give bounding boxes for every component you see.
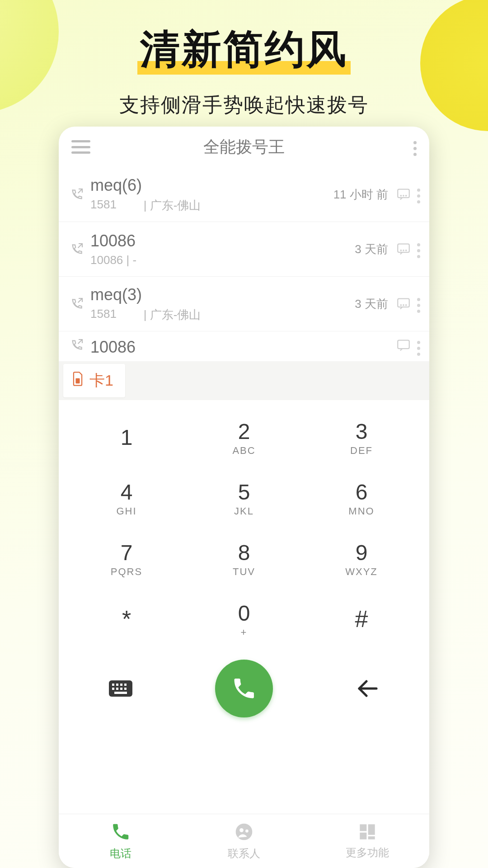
svg-rect-31 (368, 836, 375, 840)
nav-contacts[interactable]: 联系人 (182, 814, 305, 868)
call-location: | 广东-佛山 (144, 198, 201, 213)
svg-rect-24 (114, 692, 127, 694)
key-hash[interactable]: # (312, 589, 411, 650)
svg-point-3 (406, 195, 406, 196)
key-4[interactable]: 4GHI (77, 468, 176, 528)
outgoing-call-icon (67, 242, 87, 256)
svg-rect-29 (368, 824, 375, 835)
grid-icon (358, 823, 376, 844)
key-9[interactable]: 9WXYZ (312, 528, 411, 589)
key-2[interactable]: 2ABC (194, 407, 294, 468)
call-name: meq(3) (90, 285, 355, 304)
phone-mockup: 全能拨号王 meq(6) 1581 | 广东-佛山 11 小时 前 (59, 127, 429, 868)
app-header: 全能拨号王 (59, 127, 429, 167)
svg-point-5 (401, 250, 401, 250)
call-number: 1581 (90, 307, 117, 323)
svg-point-26 (239, 828, 244, 832)
row-more-button[interactable] (417, 185, 420, 203)
menu-icon[interactable] (71, 140, 90, 154)
row-more-button[interactable] (417, 338, 420, 356)
call-name: meq(6) (90, 176, 333, 195)
sim-card-chip[interactable]: 卡1 (63, 364, 125, 397)
nav-more-label: 更多功能 (346, 845, 389, 860)
app-title: 全能拨号王 (90, 136, 398, 158)
nav-more[interactable]: 更多功能 (306, 814, 429, 868)
nav-phone-label: 电话 (110, 846, 131, 861)
call-time: 11 小时 前 (333, 187, 388, 203)
svg-rect-23 (124, 688, 127, 690)
key-5[interactable]: 5JKL (194, 468, 294, 528)
dial-action-row (59, 652, 429, 725)
contacts-icon (234, 822, 254, 844)
sim-icon (71, 371, 84, 390)
sms-icon[interactable] (394, 296, 413, 311)
sms-icon[interactable] (394, 187, 413, 202)
call-list: meq(6) 1581 | 广东-佛山 11 小时 前 10086 10086 … (59, 167, 429, 361)
svg-rect-18 (124, 684, 127, 686)
sms-icon[interactable] (394, 338, 413, 353)
key-3[interactable]: 3DEF (312, 407, 411, 468)
dialpad: 1 2ABC 3DEF 4GHI 5JKL 6MNO 7PQRS 8TUV 9W… (59, 400, 429, 650)
backspace-button[interactable] (354, 679, 381, 698)
svg-rect-16 (116, 684, 118, 686)
call-number: 10086 | - (90, 253, 136, 267)
svg-point-7 (406, 250, 406, 250)
svg-point-25 (236, 823, 253, 840)
key-1[interactable]: 1 (77, 407, 176, 468)
svg-rect-15 (112, 684, 114, 686)
svg-point-27 (245, 829, 249, 832)
svg-rect-30 (360, 832, 367, 839)
svg-point-10 (403, 305, 404, 305)
key-8[interactable]: 8TUV (194, 528, 294, 589)
outgoing-call-icon (67, 297, 87, 311)
call-time: 3 天前 (355, 241, 388, 257)
svg-point-6 (403, 250, 404, 250)
call-row[interactable]: meq(3) 1581 | 广东-佛山 3 天前 (59, 277, 429, 331)
call-number: 1581 (90, 198, 117, 213)
phone-icon (111, 822, 131, 844)
bottom-nav: 电话 联系人 更多功能 (59, 814, 429, 868)
call-row[interactable]: 10086 (59, 331, 429, 361)
key-7[interactable]: 7PQRS (77, 528, 176, 589)
nav-phone[interactable]: 电话 (59, 814, 182, 868)
call-name: 10086 (90, 231, 355, 250)
key-6[interactable]: 6MNO (312, 468, 411, 528)
outgoing-call-icon (67, 187, 87, 202)
svg-rect-28 (360, 824, 367, 831)
sim-selector-bar: 卡1 (59, 361, 429, 400)
svg-point-11 (406, 305, 406, 305)
svg-rect-21 (116, 688, 118, 690)
sim-label: 卡1 (89, 370, 113, 391)
svg-rect-13 (75, 378, 80, 383)
hero-subtitle: 支持侧滑手势唤起快速拨号 (0, 92, 488, 118)
call-button[interactable] (215, 660, 273, 717)
call-row[interactable]: meq(6) 1581 | 广东-佛山 11 小时 前 (59, 167, 429, 222)
svg-point-1 (401, 195, 401, 196)
key-0[interactable]: 0+ (194, 589, 294, 650)
sms-icon[interactable] (394, 241, 413, 257)
call-name: 10086 (90, 338, 394, 357)
row-more-button[interactable] (417, 240, 420, 258)
svg-rect-20 (112, 688, 114, 690)
hero-title: 清新简约风 (137, 23, 351, 79)
call-time: 3 天前 (355, 296, 388, 312)
hero: 清新简约风 支持侧滑手势唤起快速拨号 (0, 0, 488, 118)
svg-rect-22 (120, 688, 122, 690)
row-more-button[interactable] (417, 295, 420, 313)
keyboard-toggle-button[interactable] (108, 679, 133, 698)
svg-rect-17 (120, 684, 122, 686)
svg-point-2 (403, 195, 404, 196)
call-location: | 广东-佛山 (144, 307, 201, 323)
call-row[interactable]: 10086 10086 | - 3 天前 (59, 222, 429, 276)
outgoing-call-icon (67, 338, 87, 352)
nav-contacts-label: 联系人 (228, 846, 260, 861)
svg-point-9 (401, 305, 401, 305)
header-more-button[interactable] (398, 138, 417, 156)
key-star[interactable]: * (77, 589, 176, 650)
svg-rect-12 (398, 340, 409, 349)
